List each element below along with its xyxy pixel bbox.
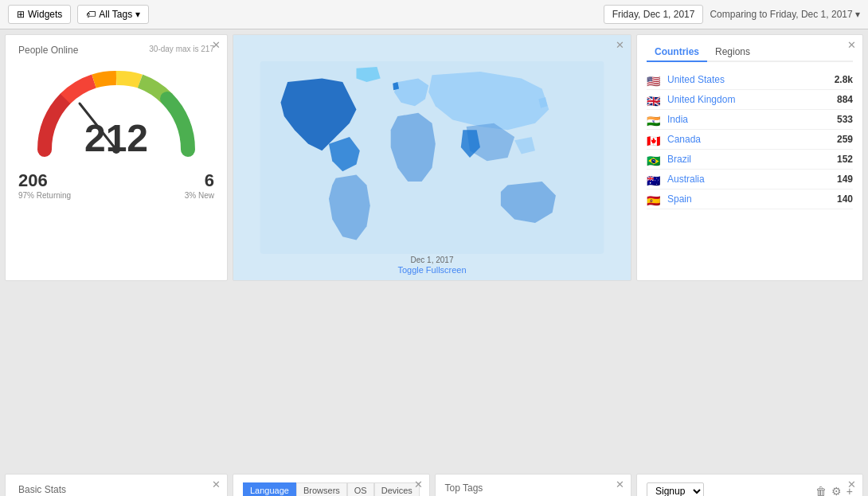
- dropdown-arrow-icon: ▾: [135, 9, 140, 20]
- new-value: 6: [185, 170, 214, 191]
- basic-stats-close-button[interactable]: ✕: [212, 479, 221, 490]
- country-name[interactable]: United Kingdom: [667, 94, 825, 105]
- dashboard-top-row: ✕ People Online 30-day max is 217 212: [0, 29, 868, 474]
- date-label: Friday, Dec 1, 2017: [612, 9, 695, 20]
- new-stat: 6 3% New: [185, 170, 214, 200]
- country-flag-icon: 🇧🇷: [647, 154, 661, 164]
- country-flag-icon: 🇬🇧: [647, 95, 661, 104]
- country-item: 🇧🇷 Brazil 152: [647, 150, 853, 170]
- funnel-delete-icon[interactable]: 🗑: [815, 485, 827, 496]
- tag-icon: 🏷: [86, 9, 96, 20]
- country-flag-icon: 🇦🇺: [647, 174, 661, 184]
- people-online-close-button[interactable]: ✕: [212, 40, 221, 50]
- top-tags-title: Top Tags: [445, 482, 622, 494]
- widgets-label: Widgets: [28, 9, 62, 20]
- funnel-widget: ✕ Signup 🗑 ⚙ + Home Page 97% left at thi…: [636, 474, 863, 496]
- country-name[interactable]: Spain: [667, 193, 825, 205]
- top-tags-close-button[interactable]: ✕: [616, 479, 624, 490]
- country-value: 140: [825, 193, 853, 205]
- widgets-grid-icon: ⊞: [17, 9, 25, 20]
- country-name[interactable]: United States: [667, 74, 825, 85]
- country-item: 🇺🇸 United States 2.8k: [647, 70, 853, 90]
- map-container: [233, 35, 631, 280]
- map-toggle-link[interactable]: Toggle Fullscreen: [397, 265, 466, 275]
- country-item: 🇮🇳 India 533: [647, 110, 853, 130]
- countries-tab-bar: Countries Regions: [647, 43, 853, 62]
- all-tags-button[interactable]: 🏷 All Tags ▾: [77, 5, 149, 24]
- funnel-settings-icon[interactable]: ⚙: [831, 485, 842, 496]
- country-name[interactable]: Canada: [667, 134, 825, 145]
- country-value: 884: [825, 94, 853, 105]
- country-item: 🇪🇸 Spain 140: [647, 189, 853, 209]
- language-close-button[interactable]: ✕: [414, 479, 423, 490]
- map-close-button[interactable]: ✕: [616, 40, 624, 50]
- widget-title: People Online: [18, 45, 78, 56]
- country-flag-icon: 🇨🇦: [647, 135, 661, 144]
- people-online-title: People Online 30-day max is 217: [18, 45, 214, 56]
- people-online-widget: ✕ People Online 30-day max is 217 212: [5, 34, 228, 281]
- tags-label: All Tags: [99, 9, 132, 20]
- country-name[interactable]: Australia: [667, 174, 825, 185]
- language-widget: ✕ LanguageBrowsersOSDevices English (Uni…: [233, 474, 430, 496]
- dashboard-bottom-row: ✕ Basic Stats 423 423 - 0% Uniques 9.7k …: [0, 474, 868, 496]
- compare-label: Comparing to Friday, Dec 1, 2017: [710, 9, 852, 20]
- date-badge[interactable]: Friday, Dec 1, 2017: [604, 5, 704, 24]
- funnel-close-button[interactable]: ✕: [847, 479, 856, 490]
- map-date: Dec 1, 2017: [397, 256, 466, 264]
- country-name[interactable]: India: [667, 114, 825, 125]
- compare-dropdown-icon[interactable]: ▾: [855, 9, 860, 20]
- gauge-container: 212: [18, 62, 214, 158]
- countries-widget: ✕ Countries Regions 🇺🇸 United States 2.8…: [636, 34, 863, 281]
- compare-text: Comparing to Friday, Dec 1, 2017 ▾: [710, 9, 860, 20]
- lang-tab-browsers[interactable]: Browsers: [296, 482, 347, 496]
- top-bar-right: Friday, Dec 1, 2017 Comparing to Friday,…: [604, 5, 860, 24]
- country-item: 🇦🇺 Australia 149: [647, 170, 853, 189]
- country-flag-icon: 🇺🇸: [647, 75, 661, 84]
- country-flag-icon: 🇪🇸: [647, 194, 661, 204]
- tab-countries[interactable]: Countries: [647, 43, 707, 62]
- map-widget: ✕: [233, 34, 631, 281]
- country-list: 🇺🇸 United States 2.8k 🇬🇧 United Kingdom …: [647, 70, 853, 209]
- country-value: 533: [825, 114, 853, 125]
- country-value: 259: [825, 134, 853, 145]
- country-value: 2.8k: [825, 74, 853, 85]
- language-tab-bar: LanguageBrowsersOSDevices: [243, 482, 420, 496]
- country-value: 149: [825, 174, 853, 185]
- lang-tab-os[interactable]: OS: [347, 482, 374, 496]
- countries-close-button[interactable]: ✕: [847, 40, 856, 50]
- new-label: 3% New: [185, 191, 214, 200]
- map-footer: Dec 1, 2017 Toggle Fullscreen: [397, 256, 466, 275]
- funnel-select[interactable]: Signup: [647, 482, 704, 496]
- funnel-header: Signup 🗑 ⚙ +: [647, 482, 853, 496]
- lang-tab-language[interactable]: Language: [243, 482, 296, 496]
- country-name[interactable]: Brazil: [667, 154, 825, 165]
- country-item: 🇨🇦 Canada 259: [647, 130, 853, 150]
- tab-regions[interactable]: Regions: [707, 43, 758, 61]
- country-item: 🇬🇧 United Kingdom 884: [647, 90, 853, 110]
- returning-value: 206: [18, 170, 71, 191]
- people-online-stats: 206 97% Returning 6 3% New: [18, 170, 214, 200]
- gauge-number: 212: [84, 119, 148, 158]
- top-bar: ⊞ Widgets 🏷 All Tags ▾ Friday, Dec 1, 20…: [0, 0, 868, 29]
- country-flag-icon: 🇮🇳: [647, 115, 661, 124]
- world-map-svg: [233, 53, 631, 262]
- basic-stats-title: Basic Stats: [18, 484, 214, 495]
- basic-stats-widget: ✕ Basic Stats 423 423 - 0% Uniques 9.7k …: [5, 474, 228, 496]
- returning-label: 97% Returning: [18, 191, 71, 200]
- widgets-button[interactable]: ⊞ Widgets: [8, 5, 71, 24]
- top-tags-widget: ✕ Top Tags Home Page 537 Signup Page 106…: [435, 474, 632, 496]
- max-note: 30-day max is 217: [149, 45, 214, 53]
- country-value: 152: [825, 154, 853, 165]
- returning-stat: 206 97% Returning: [18, 170, 71, 200]
- lang-tab-devices[interactable]: Devices: [374, 482, 420, 496]
